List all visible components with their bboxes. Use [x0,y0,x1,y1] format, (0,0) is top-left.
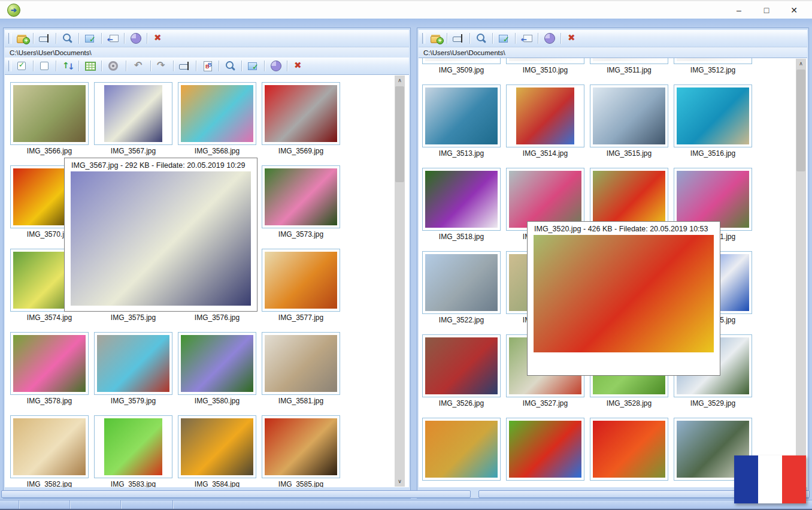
thumbnail-image[interactable] [509,171,581,228]
audio-disc-button[interactable] [106,59,120,73]
thumbnail-image[interactable] [425,87,498,144]
thumbnail-cell[interactable] [590,85,668,147]
close-button[interactable] [292,59,306,73]
close-button[interactable] [152,32,166,45]
thumbnail-cell[interactable] [674,85,752,147]
left-path-bar[interactable]: C:\Users\User\Documents\ [5,47,409,58]
scroll-up-icon[interactable]: ∧ [796,59,806,69]
apply-selection-button[interactable] [246,59,260,73]
apply-selection-button[interactable] [497,32,511,45]
search-button[interactable] [474,32,489,45]
maximize-button[interactable]: □ [755,2,778,18]
thumbnail-image[interactable] [181,335,253,392]
thumbnail-cell[interactable] [262,415,340,478]
thumbnail-cell[interactable] [422,251,501,314]
thumbnail-image[interactable] [265,168,337,225]
thumbnail-cell[interactable] [262,249,340,312]
scroll-down-icon[interactable]: ∨ [395,476,405,487]
thumbnail-image[interactable] [104,85,162,142]
scrollbar-thumb[interactable] [395,86,404,182]
apply-selection-button[interactable] [83,32,98,45]
thumbnail-image[interactable] [509,421,581,478]
import-images-button[interactable] [520,32,534,45]
app-icon: ➔ [7,4,20,17]
thumbnail-image[interactable] [181,418,253,475]
thumbnail-cell[interactable] [590,418,668,481]
thumbnail-image[interactable] [13,418,86,475]
scroll-up-icon[interactable]: ∧ [395,76,405,86]
redo-rotate-button[interactable] [155,59,169,73]
select-all-button[interactable] [15,59,29,73]
left-scrollbar[interactable]: ∧ ∨ [395,76,405,487]
close-button[interactable]: ✕ [782,2,806,18]
rename-button[interactable] [178,59,192,73]
thumbnail-cell[interactable] [262,165,340,228]
thumbnail-image[interactable] [265,252,337,309]
thumbnail-image[interactable] [593,87,665,144]
thumbnail-cell[interactable] [422,168,501,231]
thumbnail-image[interactable] [425,58,498,61]
sort-order-button[interactable] [60,59,75,73]
thumbnail-cell[interactable] [178,415,256,478]
thumbnail-cell[interactable] [422,58,501,64]
thumbnail-cell[interactable] [94,82,172,145]
thumbnail-cell[interactable] [10,82,89,145]
thumbnail-image[interactable] [104,418,162,475]
thumbnail-cell[interactable] [674,58,752,64]
thumbnail-cell[interactable] [506,418,584,481]
import-images-button[interactable] [106,32,120,45]
thumbnail-cell[interactable] [422,334,501,397]
thumbnail-image[interactable] [677,87,749,144]
right-scrollbar[interactable]: ∧ ∨ [796,59,806,487]
new-folder-button[interactable] [429,32,443,45]
close-button[interactable] [565,32,580,45]
thumbnail-image[interactable] [509,58,581,61]
scrollbar-thumb[interactable] [796,70,805,171]
search-button[interactable] [60,32,75,45]
thumbnail-cell[interactable] [94,332,172,395]
thumbnail-image[interactable] [265,85,337,142]
thumbnail-cell[interactable] [422,85,501,147]
search-button[interactable] [223,59,238,73]
thumbnail-cell[interactable] [178,332,256,395]
thumbnail-cell[interactable] [10,332,89,395]
thumbnail-image[interactable] [97,335,169,392]
thumbnail-cell[interactable] [506,85,584,147]
minimize-button[interactable]: – [727,2,751,18]
statistics-button[interactable] [543,32,557,45]
thumbnail-list-button[interactable] [83,59,98,73]
undo-rotate-button[interactable] [132,59,147,73]
thumbnail-image[interactable] [593,421,665,478]
thumbnail-image[interactable] [593,58,665,61]
thumbnail-image[interactable] [677,171,749,228]
thumbnail-image[interactable] [265,418,337,475]
thumbnail-cell[interactable] [262,82,340,145]
thumbnail-image[interactable] [425,254,498,311]
thumbnail-image[interactable] [181,85,253,142]
thumbnail-image[interactable] [593,171,665,228]
thumbnail-cell[interactable] [178,82,256,145]
thumbnail-cell[interactable] [262,332,340,395]
thumbnail-cell[interactable] [506,58,584,64]
statistics-button[interactable] [129,32,143,45]
statistics-button[interactable] [269,59,283,73]
thumbnail-cell[interactable] [590,58,668,64]
deselect-all-button[interactable] [38,59,52,73]
batch-edit-button[interactable] [201,59,215,73]
thumbnail-item: IMG_3526.jpg [422,334,501,409]
new-folder-button[interactable] [15,32,29,45]
thumbnail-image[interactable] [425,171,498,228]
thumbnail-image[interactable] [425,337,498,394]
thumbnail-cell[interactable] [10,415,89,478]
rename-button[interactable] [38,32,52,45]
thumbnail-cell[interactable] [422,418,501,481]
thumbnail-image[interactable] [13,335,86,392]
thumbnail-cell[interactable] [94,415,172,478]
thumbnail-image[interactable] [425,421,498,478]
thumbnail-image[interactable] [677,58,749,61]
right-path-bar[interactable]: C:\Users\User\Documents\ [419,47,807,58]
rename-button[interactable] [452,32,466,45]
thumbnail-image[interactable] [265,335,337,392]
thumbnail-image[interactable] [13,85,86,142]
thumbnail-image[interactable] [516,87,574,144]
